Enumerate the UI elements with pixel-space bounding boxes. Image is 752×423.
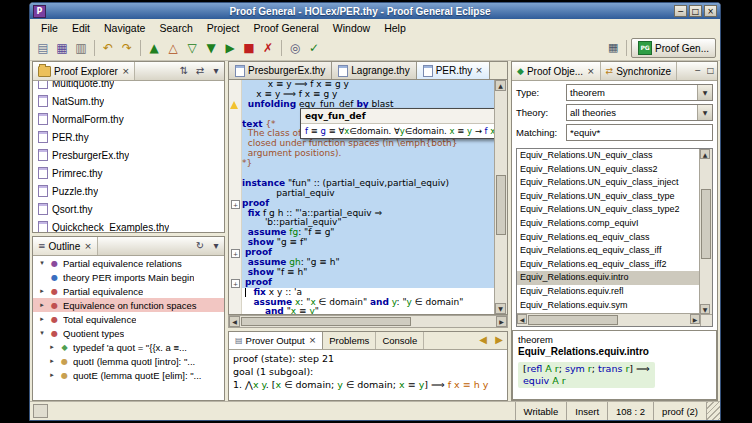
outline-item-theory-per-imports-main-begin[interactable]: ●theory PER imports Main begin xyxy=(33,270,224,284)
explorer-item-quickcheck-examples-thy[interactable]: Quickcheck_Examples.thy xyxy=(33,218,224,232)
maximize-view-icon[interactable]: □ xyxy=(704,62,717,80)
titlebar[interactable]: P Proof General - HOLex/PER.thy - Proof … xyxy=(30,3,720,19)
chevron-down-icon[interactable]: ▼ xyxy=(697,105,712,120)
minimize-button[interactable]: − xyxy=(674,5,687,17)
outline-item-typedef-a-quot-x-a[interactable]: ▸◆typedef 'a quot = "{{x. a ≡... xyxy=(33,340,224,354)
twisty-icon[interactable]: ▸ xyxy=(38,287,46,295)
list-vertical-scrollbar[interactable]: ▲ ▼ xyxy=(699,149,712,314)
undo-icon[interactable]: ↶ xyxy=(99,39,117,57)
outline-item-quotient-types[interactable]: ▾●Quotient types xyxy=(33,326,224,340)
proof-goto-start-icon[interactable]: ▲ xyxy=(145,39,163,57)
menu-project[interactable]: Project xyxy=(200,21,247,35)
editor-tab-per-thy[interactable]: PER.thy× xyxy=(417,62,490,79)
tab-problems[interactable]: Problems xyxy=(323,332,376,349)
proof-undo-step-icon[interactable]: △ xyxy=(164,39,182,57)
explorer-item-qsort-thy[interactable]: Qsort.thy xyxy=(33,200,224,218)
twisty-icon[interactable]: ▸ xyxy=(48,371,56,379)
close-icon[interactable]: × xyxy=(83,242,92,251)
menu-file[interactable]: File xyxy=(34,21,65,35)
close-icon[interactable]: × xyxy=(586,67,595,76)
explorer-item-multiquote-thy[interactable]: Multiquote.thy xyxy=(33,81,224,92)
proof-next-step-icon[interactable]: ▽ xyxy=(183,39,201,57)
scroll-down-icon[interactable]: ▼ xyxy=(495,303,506,314)
close-icon[interactable]: × xyxy=(121,67,130,76)
twisty-icon[interactable]: ▸ xyxy=(38,301,46,309)
collapse-all-icon[interactable]: ⇅ xyxy=(176,62,192,80)
theorem-list-item[interactable]: Equiv_Relations.eq_equiv_class xyxy=(517,231,700,245)
matching-input[interactable] xyxy=(566,124,713,141)
twisty-icon[interactable]: ▾ xyxy=(38,259,46,267)
theorem-list-item[interactable]: Equiv_Relations.UN_equiv_class_type2 xyxy=(517,203,700,217)
theorem-list-item[interactable]: Equiv_Relations.UN_equiv_class xyxy=(517,149,700,163)
scroll-thumb[interactable] xyxy=(241,317,411,326)
twisty-icon[interactable]: ▾ xyxy=(38,329,46,337)
resize-grip[interactable] xyxy=(706,402,720,420)
close-icon[interactable]: × xyxy=(308,336,317,345)
scroll-left-icon[interactable]: ◀ xyxy=(517,314,527,324)
scroll-thumb[interactable] xyxy=(496,175,506,235)
menu-edit[interactable]: Edit xyxy=(65,21,97,35)
theorem-list-item[interactable]: Equiv_Relations.equiv.refl xyxy=(517,285,700,299)
menu-navigate[interactable]: Navigate xyxy=(97,21,152,35)
close-icon[interactable]: × xyxy=(475,66,483,75)
status-fastview[interactable] xyxy=(30,402,50,420)
fold-expand-icon[interactable]: + xyxy=(231,279,240,288)
outline-item-quoti-lemma-quoti-intro[interactable]: ▸●quotI (lemma quotI [intro]: "... xyxy=(33,354,224,368)
theorem-list-item[interactable]: Equiv_Relations.UN_equiv_class_type xyxy=(517,190,700,204)
outline-item-total-equivalence[interactable]: ▸●Total equivalence xyxy=(33,312,224,326)
scroll-up-icon[interactable]: ▲ xyxy=(495,80,506,91)
theorem-list-item[interactable]: Equiv_Relations.eq_equiv_class_iff2 xyxy=(517,258,700,272)
tab-proof-obje[interactable]: ◆Proof Obje...× xyxy=(512,62,601,80)
fold-expand-icon[interactable]: + xyxy=(231,200,240,209)
twisty-icon[interactable]: ▸ xyxy=(48,357,56,365)
theorem-list-item[interactable]: Equiv_Relations.UN_equiv_class2 xyxy=(517,163,700,177)
code-line[interactable]: *} xyxy=(242,159,494,169)
list-horizontal-scrollbar[interactable]: ◀ ▶ xyxy=(517,313,700,326)
menu-help[interactable]: Help xyxy=(377,21,413,35)
editor-tab-lagrange-thy[interactable]: Lagrange.thy xyxy=(332,62,416,79)
perspective-proof-general[interactable]: PG Proof Gen... xyxy=(631,38,716,58)
scroll-down-icon[interactable]: ▼ xyxy=(700,304,710,314)
code-line[interactable]: partial_equiv xyxy=(242,189,494,199)
theorem-list-item[interactable]: Equiv_Relations.UN_equiv_class_inject xyxy=(517,176,700,190)
redo-icon[interactable]: ↷ xyxy=(118,39,136,57)
explorer-item-presburgerex-thy[interactable]: PresburgerEx.thy xyxy=(33,146,224,164)
proof-goto-end-icon[interactable]: ▼ xyxy=(202,39,220,57)
chevron-down-icon[interactable]: ▼ xyxy=(697,85,712,100)
twisty-icon[interactable]: ▸ xyxy=(38,315,46,323)
open-perspective-icon[interactable]: ▦ xyxy=(604,39,622,57)
menu-proof-general[interactable]: Proof General xyxy=(246,21,325,35)
view-menu-icon[interactable]: ▾ xyxy=(208,237,224,255)
menu-search[interactable]: Search xyxy=(152,21,199,35)
maximize-button[interactable]: □ xyxy=(689,5,702,17)
previous-step-icon[interactable]: ◀ xyxy=(475,332,491,349)
scroll-left-icon[interactable]: ◀ xyxy=(229,316,240,327)
scroll-up-icon[interactable]: ▲ xyxy=(700,149,710,159)
check-icon[interactable]: ✓ xyxy=(305,39,323,57)
scroll-thumb[interactable] xyxy=(701,189,711,259)
theorem-list-item[interactable]: Equiv_Relations.equiv.sym xyxy=(517,299,700,313)
explorer-item-normalform-thy[interactable]: NormalForm.thy xyxy=(33,110,224,128)
outline-item-partial-equivalence[interactable]: ▸●Partial equivalence xyxy=(33,284,224,298)
print-icon[interactable]: ▥ xyxy=(72,39,90,57)
proof-interrupt-icon[interactable]: ✗ xyxy=(259,39,277,57)
outline-tab[interactable]: ≡ Outline × xyxy=(33,237,98,255)
outline-item-equivalence-on-function-spaces[interactable]: ▸●Equivalence on function spaces xyxy=(33,298,224,312)
proof-explorer-tab[interactable]: Proof Explorer × xyxy=(33,62,135,80)
tab-console[interactable]: Console xyxy=(376,332,424,349)
code-line[interactable]: argument positions). xyxy=(242,149,494,159)
theorem-list-item[interactable]: Equiv_Relations.comp_equivI xyxy=(517,217,700,231)
type-combo[interactable]: theorem ▼ xyxy=(566,84,713,101)
scroll-right-icon[interactable]: ▶ xyxy=(690,314,700,324)
outline-item-quote-lemma-quote-elim[interactable]: ▸●quotE (lemma quotE [elim]: "... xyxy=(33,368,224,382)
explorer-item-primrec-thy[interactable]: Primrec.thy xyxy=(33,164,224,182)
code-line[interactable]: show "g ≡ f" xyxy=(242,238,494,248)
explorer-item-puzzle-thy[interactable]: Puzzle.thy xyxy=(33,182,224,200)
scroll-right-icon[interactable]: ▶ xyxy=(496,316,507,327)
theory-combo[interactable]: all theories ▼ xyxy=(566,104,713,121)
minimize-view-icon[interactable]: − xyxy=(691,62,704,80)
outline-item-partial-equivalence-relations[interactable]: ▾●Partial equivalence relations xyxy=(33,256,224,270)
close-button[interactable]: × xyxy=(704,5,717,17)
menu-window[interactable]: Window xyxy=(326,21,377,35)
proof-stop-icon[interactable]: ■ xyxy=(240,39,258,57)
